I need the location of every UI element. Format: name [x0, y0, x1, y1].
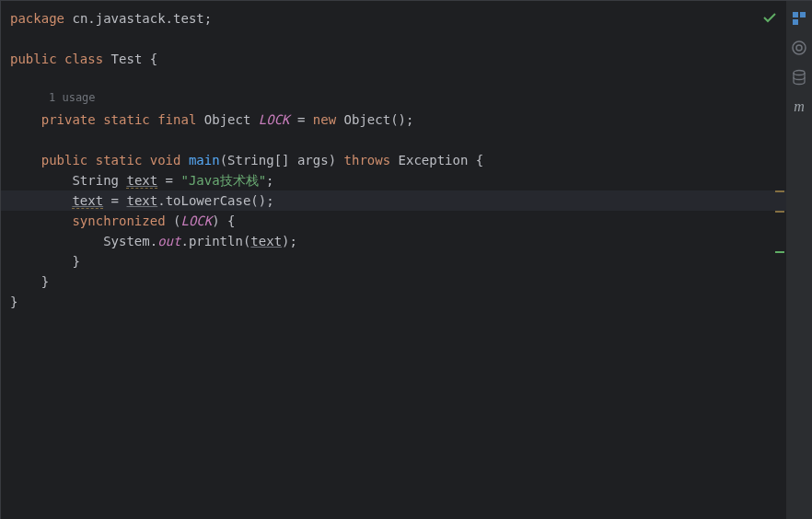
keyword-package: package [10, 11, 64, 26]
code-line[interactable]: } [10, 271, 786, 292]
code-editor[interactable]: package cn.javastack.test; public class … [0, 0, 786, 519]
code-line[interactable]: } [10, 292, 786, 312]
code-line[interactable]: String text = "Java技术栈"; [10, 170, 786, 190]
keyword-final: final [157, 112, 196, 127]
keyword-private: private [41, 112, 96, 127]
keyword-new: new [313, 112, 336, 127]
package-name: cn.javastack.test [72, 11, 203, 26]
code-line[interactable]: public static void main(String[] args) t… [10, 150, 786, 170]
code-line-active[interactable]: text = text.toLowerCase(); [1, 190, 786, 211]
field-lock: LOCK [259, 112, 290, 127]
usage-hint[interactable]: 1 usage [10, 89, 786, 110]
code-line[interactable]: synchronized (LOCK) { [10, 211, 786, 231]
svg-point-4 [796, 45, 802, 51]
keyword-void: void [150, 153, 181, 167]
var-text: text [126, 173, 157, 189]
keyword-synchronized: synchronized [72, 213, 165, 228]
code-line[interactable]: } [10, 251, 786, 271]
svg-rect-2 [793, 19, 798, 25]
svg-point-3 [793, 41, 806, 54]
keyword-public: public [10, 52, 57, 66]
keyword-class: class [64, 52, 103, 66]
svg-rect-0 [793, 12, 798, 17]
code-line-blank[interactable] [10, 29, 786, 49]
keyword-static: static [103, 112, 150, 127]
class-name: Test [111, 52, 143, 66]
method-main: main [189, 153, 220, 167]
keyword-throws: throws [344, 153, 391, 167]
ai-assistant-icon[interactable] [791, 40, 807, 56]
gutter-marker-warn[interactable] [775, 190, 784, 192]
code-line-blank[interactable] [10, 69, 786, 89]
type-object: Object [204, 112, 251, 127]
right-tool-gutter: m [786, 0, 812, 519]
string-literal: "Java技术栈" [180, 173, 266, 188]
code-line-blank[interactable] [10, 130, 786, 150]
code-line[interactable]: package cn.javastack.test; [10, 8, 786, 29]
database-icon[interactable] [791, 69, 807, 86]
code-line[interactable]: private static final Object LOCK = new O… [10, 110, 786, 130]
gutter-marker-warn[interactable] [775, 211, 784, 213]
gutter-marker-ok[interactable] [775, 251, 784, 253]
svg-rect-1 [800, 12, 806, 17]
code-line[interactable]: public class Test { [10, 49, 786, 69]
field-out: out [157, 234, 180, 248]
code-line[interactable]: System.out.println(text); [10, 231, 786, 251]
maven-icon[interactable]: m [791, 98, 807, 115]
svg-point-5 [794, 71, 805, 75]
structure-icon[interactable] [791, 10, 807, 27]
